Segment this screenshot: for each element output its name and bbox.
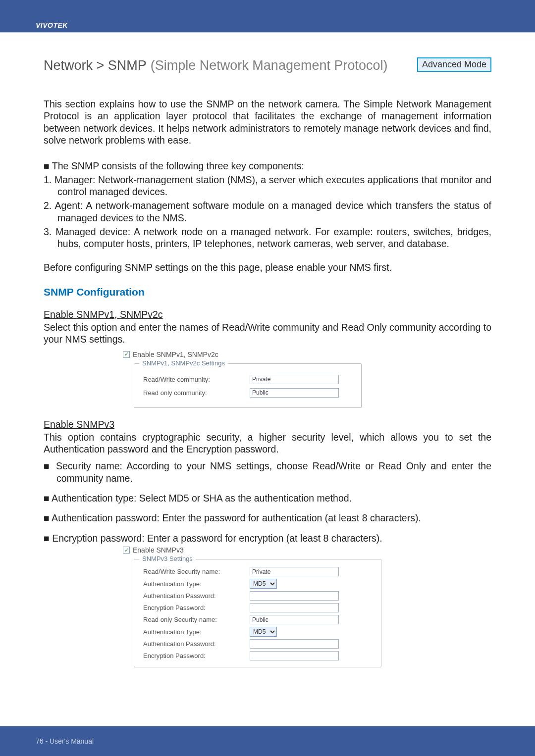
rw-community-input[interactable]	[250, 375, 339, 384]
footer-text: 76 - User's Manual	[36, 737, 94, 745]
enc-pw-input-2[interactable]	[250, 651, 339, 660]
brand-logo: VIVOTEK	[36, 21, 68, 29]
auth-type-label-1: Authentication Type:	[143, 580, 245, 588]
enc-pw-input-1[interactable]	[250, 603, 339, 612]
v3-legend: SNMPv3 Settings	[139, 555, 196, 562]
title-suffix: (Simple Network Management Protocol)	[151, 58, 388, 73]
auth-type-select-2[interactable]: MD5	[250, 627, 277, 637]
v1v2c-enable-row: ✓ Enable SNMPv1, SNMPv2c	[123, 351, 491, 358]
page-content: Network > SNMP (Simple Network Managemen…	[0, 33, 535, 667]
enc-pw-row-1: Encryption Password:	[143, 603, 372, 612]
v1v2c-legend: SNMPv1, SNMPv2c Settings	[139, 359, 228, 367]
v1v2c-checkbox-label: Enable SNMPv1, SNMPv2c	[133, 351, 218, 358]
ro-community-row: Read only community:	[143, 388, 352, 398]
ro-security-row: Read only Security name:	[143, 615, 372, 624]
rw-community-label: Read/Write community:	[143, 376, 245, 383]
v3-heading: Enable SNMPv3	[44, 419, 491, 430]
page-title: Network > SNMP (Simple Network Managemen…	[44, 58, 388, 73]
v1v2c-fieldset: SNMPv1, SNMPv2c Settings Read/Write comm…	[134, 363, 362, 408]
rw-security-row: Read/Write Security name:	[143, 567, 372, 576]
snmp-config-heading: SNMP Configuration	[44, 286, 491, 298]
enc-pw-row-2: Encryption Password:	[143, 651, 372, 660]
auth-type-select-1[interactable]: MD5	[250, 579, 277, 589]
header-bar: VIVOTEK	[0, 0, 535, 32]
v3-checkbox-label: Enable SNMPv3	[133, 546, 184, 554]
rw-security-label: Read/Write Security name:	[143, 568, 245, 575]
enc-pw-label-2: Encryption Password:	[143, 652, 245, 659]
ro-security-input[interactable]	[250, 615, 339, 624]
ro-security-label: Read only Security name:	[143, 616, 245, 623]
ro-community-label: Read only community:	[143, 389, 245, 397]
component-1: 1. Manager: Network-management station (…	[44, 174, 491, 198]
auth-type-row-2: Authentication Type: MD5	[143, 627, 372, 637]
advanced-mode-badge: Advanced Mode	[417, 57, 491, 72]
v3-fieldset: SNMPv3 Settings Read/Write Security name…	[134, 559, 381, 667]
v1v2c-paragraph: Select this option and enter the names o…	[44, 321, 491, 346]
rw-security-input[interactable]	[250, 567, 339, 576]
footer-bar: 76 - User's Manual	[0, 726, 535, 756]
auth-pw-row-2: Authentication Password:	[143, 639, 372, 649]
auth-pw-input-2[interactable]	[250, 639, 339, 649]
enc-pw-label-1: Encryption Password:	[143, 604, 245, 611]
ro-community-input[interactable]	[250, 388, 339, 398]
v3-bullet-auth-password: ■ Authentication password: Enter the pas…	[44, 512, 491, 524]
checkbox-icon[interactable]: ✓	[123, 547, 130, 554]
title-row: Network > SNMP (Simple Network Managemen…	[44, 58, 491, 73]
v1v2c-heading: Enable SNMPv1, SNMPv2c	[44, 309, 491, 320]
component-3: 3. Managed device: A network node on a m…	[44, 226, 491, 250]
v3-bullet-enc-password: ■ Encryption password: Enter a password …	[44, 532, 491, 544]
auth-pw-input-1[interactable]	[250, 591, 339, 601]
rw-community-row: Read/Write community:	[143, 375, 352, 384]
v3-settings: ✓ Enable SNMPv3 SNMPv3 Settings Read/Wri…	[123, 546, 491, 667]
intro-paragraph: This section explains how to use the SNM…	[44, 98, 491, 147]
v3-paragraph: This option contains cryptographic secur…	[44, 431, 491, 455]
auth-type-row-1: Authentication Type: MD5	[143, 579, 372, 589]
before-config-note: Before configuring SNMP settings on the …	[44, 262, 491, 273]
components-lead: ■ The SNMP consists of the following thr…	[44, 160, 491, 172]
auth-pw-row-1: Authentication Password:	[143, 591, 372, 601]
component-2: 2. Agent: A network-management software …	[44, 200, 491, 224]
auth-pw-label-2: Authentication Password:	[143, 640, 245, 648]
v3-bullet-security-name: ■ Security name: According to your NMS s…	[44, 460, 491, 484]
auth-pw-label-1: Authentication Password:	[143, 592, 245, 600]
v1v2c-settings: ✓ Enable SNMPv1, SNMPv2c SNMPv1, SNMPv2c…	[123, 351, 491, 408]
title-prefix: Network > SNMP	[44, 58, 147, 73]
v3-enable-row: ✓ Enable SNMPv3	[123, 546, 491, 554]
auth-type-label-2: Authentication Type:	[143, 628, 245, 636]
checkbox-icon[interactable]: ✓	[123, 351, 130, 358]
v3-bullet-auth-type: ■ Authentication type: Select MD5 or SHA…	[44, 492, 491, 504]
